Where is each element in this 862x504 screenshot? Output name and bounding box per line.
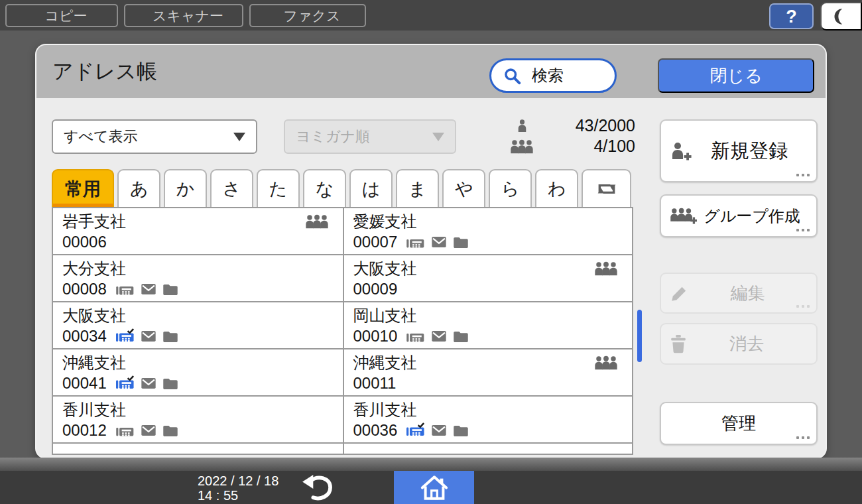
list-row: 沖縄支社 00041 沖縄支社 00011 bbox=[53, 349, 632, 397]
bottom-fade bbox=[0, 458, 862, 471]
register-new-label: 新規登録 bbox=[692, 138, 807, 164]
index-tab-ta[interactable]: た bbox=[257, 169, 300, 207]
index-tab-wa[interactable]: わ bbox=[535, 169, 578, 207]
address-entry[interactable]: 沖縄支社 00011 bbox=[343, 349, 633, 395]
sort-order-dropdown[interactable]: ヨミガナ順 bbox=[284, 119, 456, 154]
entry-id: 00008 bbox=[62, 280, 107, 298]
address-entry bbox=[343, 444, 633, 455]
entry-id: 00011 bbox=[353, 374, 397, 393]
group-icon bbox=[306, 214, 328, 229]
manage-button[interactable]: 管理 bbox=[660, 402, 818, 445]
chevron-down-icon bbox=[233, 133, 245, 141]
fax-icon bbox=[406, 235, 424, 250]
list-row: 香川支社 00012 香川支社 00036 bbox=[53, 397, 632, 444]
fax-icon bbox=[406, 329, 424, 344]
folder-icon bbox=[454, 331, 468, 342]
email-icon bbox=[141, 284, 156, 294]
index-tab-ka[interactable]: か bbox=[164, 169, 207, 207]
page-title: アドレス帳 bbox=[52, 45, 157, 98]
search-label: 検索 bbox=[532, 65, 564, 86]
email-icon bbox=[432, 331, 446, 342]
edit-button[interactable]: 編集 bbox=[660, 273, 818, 314]
more-dots-icon bbox=[796, 229, 810, 231]
index-tab-na[interactable]: な bbox=[303, 169, 346, 207]
address-entry[interactable]: 愛媛支社 00007 bbox=[343, 208, 633, 254]
index-tab-ra[interactable]: ら bbox=[489, 169, 532, 207]
entry-id: 00010 bbox=[353, 327, 398, 346]
entry-id: 00036 bbox=[353, 421, 398, 440]
tab-scanner[interactable]: スキャナー bbox=[124, 4, 243, 27]
pencil-icon bbox=[670, 284, 688, 302]
tab-fax[interactable]: ファクス bbox=[249, 4, 366, 27]
fax-icon bbox=[116, 423, 134, 438]
address-entry[interactable]: 香川支社 00012 bbox=[53, 397, 343, 442]
entry-id: 00006 bbox=[62, 233, 107, 251]
delete-label: 消去 bbox=[686, 332, 807, 355]
entry-name: 愛媛支社 bbox=[353, 212, 417, 231]
email-icon bbox=[432, 425, 446, 436]
index-tab-frequent[interactable]: 常用 bbox=[52, 169, 114, 207]
registration-counters: 43/2000 4/100 bbox=[507, 115, 635, 157]
home-button[interactable] bbox=[394, 471, 474, 504]
entry-name: 香川支社 bbox=[62, 400, 126, 420]
entry-id: 00034 bbox=[62, 327, 107, 346]
close-button[interactable]: 閉じる bbox=[658, 58, 814, 93]
moon-icon bbox=[832, 7, 851, 26]
display-filter-dropdown[interactable]: すべて表示 bbox=[52, 119, 257, 154]
tab-copy[interactable]: コピー bbox=[5, 4, 118, 27]
time-text: 14 : 55 bbox=[198, 488, 278, 503]
address-entry bbox=[53, 444, 343, 455]
entry-name: 沖縄支社 bbox=[353, 353, 417, 373]
help-button[interactable]: ? bbox=[769, 3, 814, 29]
folder-icon bbox=[163, 284, 178, 295]
register-new-button[interactable]: 新規登録 bbox=[660, 119, 818, 182]
back-button[interactable] bbox=[296, 473, 339, 502]
list-row-partial bbox=[53, 444, 632, 455]
scrollbar-thumb[interactable] bbox=[637, 310, 642, 362]
index-tab-a[interactable]: あ bbox=[117, 169, 160, 207]
list-row: 大分支社 00008 大阪支社 00009 bbox=[53, 255, 632, 302]
address-entry[interactable]: 大分支社 00008 bbox=[53, 255, 343, 301]
more-dots-icon bbox=[796, 174, 810, 176]
display-filter-value: すべて表示 bbox=[64, 127, 138, 147]
top-bar: コピー スキャナー ファクス ? bbox=[0, 0, 862, 31]
entry-id: 00012 bbox=[62, 421, 107, 440]
delete-button[interactable]: 消去 bbox=[660, 323, 818, 365]
folder-icon bbox=[454, 425, 468, 436]
email-icon bbox=[141, 425, 156, 436]
address-entry[interactable]: 大阪支社 00009 bbox=[343, 255, 633, 301]
person-icon bbox=[516, 119, 528, 133]
trash-icon bbox=[670, 335, 686, 353]
groups-count: 4/100 bbox=[536, 137, 635, 156]
index-tab-ha[interactable]: は bbox=[349, 169, 393, 207]
search-button[interactable]: 検索 bbox=[489, 58, 617, 93]
folder-icon bbox=[163, 331, 178, 342]
index-tab-sa[interactable]: さ bbox=[210, 169, 253, 207]
address-book-dialog: アドレス帳 検索 閉じる すべて表示 ヨミガナ順 43/2000 bbox=[36, 45, 826, 458]
entry-id: 00009 bbox=[353, 280, 398, 298]
edit-label: 編集 bbox=[688, 282, 807, 305]
chevron-down-icon bbox=[432, 133, 444, 141]
home-icon bbox=[420, 474, 449, 501]
address-entry[interactable]: 岩手支社 00006 bbox=[53, 208, 343, 254]
index-tab-ya[interactable]: や bbox=[442, 169, 485, 207]
index-tab-bar: 常用 あ か さ た な は ま や ら わ bbox=[52, 169, 631, 207]
fax-confirmed-icon bbox=[116, 328, 134, 345]
more-dots-icon bbox=[796, 305, 810, 308]
fax-icon bbox=[116, 282, 134, 297]
group-icon bbox=[511, 139, 533, 154]
address-entry[interactable]: 岡山支社 00010 bbox=[343, 302, 633, 348]
address-entry[interactable]: 香川支社 00036 bbox=[343, 397, 633, 442]
date-text: 2022 / 12 / 18 bbox=[198, 473, 278, 488]
sleep-mode-button[interactable] bbox=[820, 2, 862, 31]
create-group-button[interactable]: グループ作成 bbox=[660, 194, 818, 237]
entry-name: 大分支社 bbox=[62, 259, 126, 279]
entry-name: 沖縄支社 bbox=[62, 353, 126, 373]
folder-icon bbox=[454, 237, 468, 248]
index-tab-ma[interactable]: ま bbox=[396, 169, 439, 207]
address-entry[interactable]: 沖縄支社 00041 bbox=[53, 349, 343, 395]
index-toggle-button[interactable] bbox=[582, 169, 631, 207]
entry-name: 岡山支社 bbox=[353, 306, 417, 326]
group-icon bbox=[595, 261, 617, 276]
address-entry[interactable]: 大阪支社 00034 bbox=[53, 302, 343, 348]
